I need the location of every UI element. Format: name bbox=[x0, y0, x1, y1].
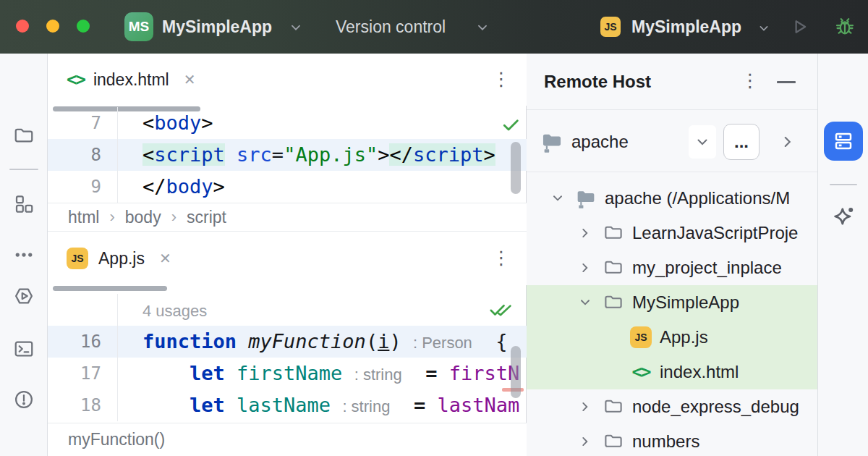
tab-label: App.js bbox=[98, 249, 145, 269]
project-widget[interactable]: MySimpleApp bbox=[162, 0, 272, 54]
services-icon[interactable] bbox=[13, 285, 35, 307]
code-text[interactable]: 4 usages bbox=[117, 294, 527, 326]
chevron-right-icon[interactable] bbox=[574, 260, 596, 276]
chevron-down-icon bbox=[757, 21, 771, 38]
breadcrumb-item[interactable]: body bbox=[125, 208, 161, 227]
ai-assistant-icon[interactable] bbox=[830, 204, 856, 230]
code-text[interactable]: let lastName : string = lastNam bbox=[117, 389, 527, 421]
folder-icon bbox=[602, 431, 625, 452]
server-dropdown-button[interactable] bbox=[689, 125, 716, 159]
line-number[interactable]: 17 bbox=[48, 358, 117, 389]
line-number[interactable]: 9 bbox=[48, 171, 117, 203]
debug-button[interactable] bbox=[833, 15, 856, 41]
remote-host-header: Remote Host ⋮ bbox=[527, 54, 817, 110]
kebab-menu-icon[interactable]: ⋮ bbox=[492, 248, 511, 267]
js-editor-tab-bar: JS App.js ✕ ⋮ bbox=[48, 232, 527, 285]
server-selector[interactable]: apache bbox=[571, 111, 629, 172]
chevron-down-icon[interactable] bbox=[547, 190, 569, 206]
code-text[interactable]: <script src="App.js"></script> bbox=[117, 139, 527, 171]
tree-item-label: numbers bbox=[632, 431, 699, 452]
js-file-icon: JS bbox=[629, 326, 652, 348]
minimize-button[interactable] bbox=[46, 20, 59, 33]
kebab-menu-icon[interactable]: ⋮ bbox=[492, 69, 511, 88]
chevron-right-icon[interactable] bbox=[574, 399, 596, 415]
code-text[interactable]: </body> bbox=[117, 171, 527, 203]
inspection-ok-icon[interactable] bbox=[501, 114, 521, 138]
hide-panel-icon[interactable] bbox=[777, 81, 796, 83]
chevron-down-icon[interactable] bbox=[574, 295, 596, 311]
html-file-icon: <> bbox=[67, 69, 85, 90]
editor-area: <> index.html ✕ ⋮ 7<body>8<script src="A… bbox=[48, 54, 527, 456]
breadcrumb-separator: › bbox=[171, 208, 176, 227]
more-tool-windows-icon[interactable] bbox=[13, 244, 35, 266]
line-number[interactable]: 7 bbox=[48, 107, 117, 139]
folder-icon bbox=[602, 292, 625, 313]
remote-host-tool-button[interactable] bbox=[824, 122, 863, 161]
tree-item-label: my_project_inplace bbox=[632, 258, 782, 278]
chevron-right-icon[interactable] bbox=[778, 132, 797, 154]
line-number[interactable]: 8 bbox=[48, 139, 117, 171]
tree-item-label: App.js bbox=[660, 327, 708, 347]
code-text[interactable]: let firstName : string = firstN bbox=[117, 358, 527, 389]
tab-app-js[interactable]: JS App.js ✕ bbox=[67, 232, 171, 285]
code-line[interactable]: 4 usages bbox=[48, 294, 527, 326]
tab-label: index.html bbox=[93, 70, 169, 90]
code-line-8[interactable]: 8<script src="App.js"></script> bbox=[48, 139, 527, 171]
kebab-menu-icon[interactable]: ⋮ bbox=[741, 71, 760, 90]
breadcrumb-separator: › bbox=[109, 208, 114, 227]
left-toolwindow-rail bbox=[0, 54, 48, 456]
close-icon[interactable]: ✕ bbox=[184, 71, 196, 88]
line-number[interactable] bbox=[48, 294, 117, 326]
vcs-widget[interactable]: Version control bbox=[336, 0, 446, 54]
code-line-18[interactable]: 18 let lastName : string = lastNam bbox=[48, 389, 527, 421]
breadcrumb-item[interactable]: html bbox=[68, 208, 99, 227]
js-code-lines: 4 usages16function myFunction(i) : Perso… bbox=[48, 294, 527, 421]
tab-index-html[interactable]: <> index.html ✕ bbox=[67, 54, 196, 106]
tree-item-label: node_express_debug bbox=[632, 397, 799, 417]
tree-item-numbers[interactable]: numbers bbox=[527, 424, 817, 456]
close-button[interactable] bbox=[16, 20, 29, 33]
remote-host-tree: apache (/Applications/MLearnJavaScriptPr… bbox=[527, 173, 817, 456]
run-config-widget[interactable]: MySimpleApp bbox=[631, 0, 741, 54]
remote-server-icon bbox=[540, 130, 564, 157]
folder-icon bbox=[602, 396, 625, 418]
line-number[interactable]: 16 bbox=[48, 326, 117, 358]
vertical-scrollbar[interactable] bbox=[511, 142, 521, 194]
project-badge: MS bbox=[124, 12, 153, 41]
problems-icon[interactable] bbox=[13, 389, 35, 410]
terminal-icon[interactable] bbox=[13, 338, 35, 360]
vertical-scrollbar[interactable] bbox=[511, 346, 521, 398]
code-line-17[interactable]: 17 let firstName : string = firstN bbox=[48, 358, 527, 389]
tree-item-node-express-debug[interactable]: node_express_debug bbox=[527, 389, 817, 424]
breadcrumb-item[interactable]: myFunction() bbox=[68, 430, 165, 449]
tree-item-learnjavascriptproje[interactable]: LearnJavaScriptProje bbox=[527, 216, 817, 250]
tree-item-index-html[interactable]: <>index.html bbox=[527, 355, 817, 389]
tree-item-apache-applications-m[interactable]: apache (/Applications/M bbox=[527, 181, 817, 216]
folder-icon bbox=[602, 222, 625, 244]
code-line-7[interactable]: 7<body> bbox=[48, 107, 527, 139]
code-text[interactable]: function myFunction(i) : Person { bbox=[117, 326, 527, 358]
structure-icon[interactable] bbox=[13, 193, 35, 215]
remote-folder-icon bbox=[574, 187, 597, 210]
code-line-9[interactable]: 9</body> bbox=[48, 171, 527, 203]
chevron-right-icon[interactable] bbox=[574, 434, 596, 449]
chevron-right-icon[interactable] bbox=[574, 225, 596, 241]
tree-item-my-project-inplace[interactable]: my_project_inplace bbox=[527, 250, 817, 285]
zoom-button[interactable] bbox=[77, 20, 90, 33]
tree-item-app-js[interactable]: JSApp.js bbox=[527, 320, 817, 355]
line-number[interactable]: 18 bbox=[48, 389, 117, 421]
rail-divider bbox=[830, 184, 857, 185]
breadcrumb-item[interactable]: script bbox=[187, 208, 226, 227]
code-text[interactable]: <body> bbox=[117, 107, 527, 139]
close-icon[interactable]: ✕ bbox=[159, 250, 171, 267]
ide-window: MS MySimpleApp Version control JS MySimp… bbox=[0, 0, 868, 456]
browse-button[interactable]: ... bbox=[723, 124, 760, 160]
code-line-16[interactable]: 16function myFunction(i) : Person { bbox=[48, 326, 527, 358]
run-button[interactable] bbox=[788, 16, 810, 41]
horizontal-scrollbar[interactable] bbox=[53, 286, 167, 291]
tree-item-mysimpleapp[interactable]: MySimpleApp bbox=[527, 285, 817, 320]
project-folder-icon[interactable] bbox=[13, 124, 35, 146]
chevron-down-icon bbox=[288, 20, 304, 38]
chevron-down-icon bbox=[475, 20, 490, 38]
inspection-ok-double-icon[interactable] bbox=[488, 298, 515, 323]
